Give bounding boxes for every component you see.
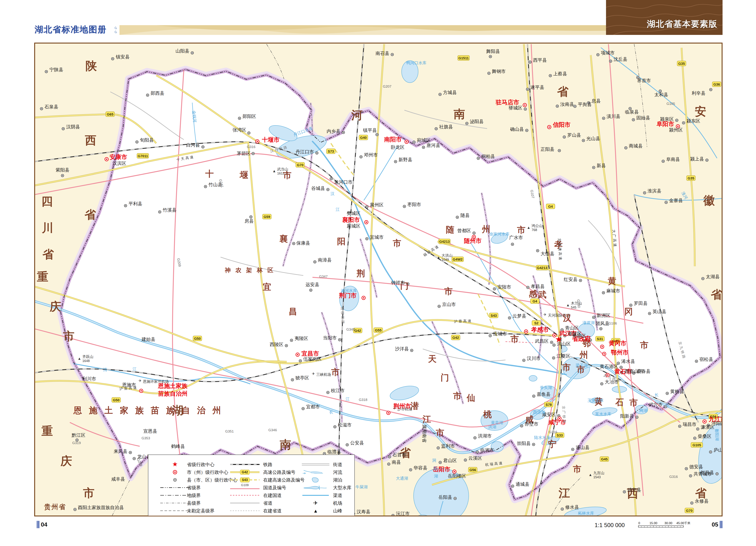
svg-text:西塞山区: 西塞山区	[625, 368, 643, 374]
svg-text:省: 省	[695, 487, 707, 499]
svg-text:陆水水库: 陆水水库	[534, 435, 550, 440]
svg-text:汉川市: 汉川市	[527, 356, 541, 361]
road-badge: G4213	[536, 265, 548, 270]
svg-text:市: 市	[83, 487, 94, 499]
svg-text:阜阳市: 阜阳市	[656, 121, 674, 127]
svg-text:市: 市	[573, 464, 581, 474]
svg-text:武穴市: 武穴市	[649, 402, 663, 407]
svg-text:驻马店市: 驻马店市	[496, 99, 519, 106]
svg-text:G316: G316	[549, 430, 557, 434]
svg-text:光山县: 光山县	[586, 136, 600, 141]
svg-text:市: 市	[444, 286, 453, 296]
svg-text:G109: G109	[241, 484, 249, 487]
svg-text:公安县: 公安县	[350, 440, 364, 445]
svg-text:江: 江	[422, 414, 431, 424]
svg-text:荆: 荆	[356, 269, 365, 278]
svg-text:白河县: 白河县	[186, 142, 200, 148]
svg-text:西平县: 西平县	[533, 58, 547, 63]
legend-symbol-prov	[229, 499, 260, 507]
svg-text:舞阳县: 舞阳县	[486, 49, 500, 54]
svg-text:G105: G105	[693, 443, 701, 447]
svg-text:庆: 庆	[60, 454, 72, 467]
svg-text:谷城县: 谷城县	[311, 186, 325, 191]
svg-text:G207: G207	[383, 85, 391, 88]
svg-text:永修县: 永修县	[695, 498, 709, 504]
svg-text:丹江口市: 丹江口市	[296, 149, 314, 154]
svg-text:浠水县: 浠水县	[621, 359, 635, 364]
page-marker-left	[37, 521, 39, 528]
svg-text:襄城区: 襄城区	[347, 223, 360, 229]
svg-text:武: 武	[538, 290, 546, 299]
svg-text:G7011: G7011	[138, 154, 148, 158]
svg-text:545: 545	[571, 305, 576, 309]
svg-text:▲: ▲	[527, 226, 530, 230]
svg-text:省: 省	[711, 288, 722, 301]
svg-text:神农架林区: 神农架林区	[224, 267, 278, 273]
svg-text:孝感市: 孝感市	[531, 326, 549, 333]
svg-text:嘉鱼县: 嘉鱼县	[537, 391, 551, 397]
svg-text:十: 十	[205, 169, 214, 179]
svg-text:枝江市: 枝江市	[331, 388, 345, 393]
svg-text:G55: G55	[375, 328, 382, 332]
svg-text:建始县: 建始县	[141, 337, 155, 342]
svg-text:咸丰县: 咸丰县	[111, 476, 125, 481]
svg-text:安康市: 安康市	[110, 154, 127, 160]
svg-text:涨渡湖: 涨渡湖	[582, 320, 595, 325]
svg-text:沪蓉高速: 沪蓉高速	[454, 319, 472, 323]
svg-text:漳河水库: 漳河水库	[341, 288, 357, 293]
svg-text:保康县: 保康县	[296, 241, 310, 246]
svg-text:洞: 洞	[432, 458, 436, 463]
map-frame[interactable]: G42G55G70G59G50G50G4G4G45G45G56G56G1511G…	[34, 43, 723, 516]
svg-text:斧头湖: 斧头湖	[540, 385, 552, 390]
svg-text:冈: 冈	[624, 307, 633, 316]
svg-text:汝南县: 汝南县	[560, 102, 574, 107]
legend-symbol-prefb	[159, 491, 191, 499]
svg-text:西凉湖: 西凉湖	[533, 410, 545, 414]
svg-text:S73: S73	[328, 150, 334, 153]
svg-text:市: 市	[640, 340, 648, 350]
svg-text:太和县: 太和县	[654, 92, 668, 97]
svg-text:孝昌县: 孝昌县	[531, 284, 545, 289]
legend-row: 县级界省道✈机场	[148, 499, 354, 507]
svg-text:宜都市: 宜都市	[306, 404, 320, 409]
svg-text:黄冈市: 黄冈市	[609, 340, 626, 346]
svg-text:德安县: 德安县	[689, 464, 703, 469]
svg-text:襄州区: 襄州区	[370, 202, 384, 207]
svg-text:▲: ▲	[78, 356, 81, 360]
svg-text:洪湖市: 洪湖市	[478, 433, 492, 438]
road-badge: G1511	[458, 55, 469, 60]
svg-text:江: 江	[558, 487, 570, 499]
svg-text:颍上县: 颍上县	[690, 156, 704, 162]
scale-bar: 015.0030.0045.00千米	[637, 521, 692, 530]
svg-text:临湘市: 临湘市	[480, 447, 494, 452]
svg-text:岳阳楼区: 岳阳楼区	[448, 473, 466, 478]
svg-text:岳阳县: 岳阳县	[438, 495, 452, 500]
legend-row: ★省级行政中心铁路街道	[148, 460, 354, 468]
svg-text:陕: 陕	[85, 60, 97, 72]
svg-text:G42: G42	[242, 470, 248, 474]
svg-text:房县: 房县	[244, 218, 254, 224]
svg-text:沈丘县: 沈丘县	[614, 57, 627, 62]
svg-text:驿城区: 驿城区	[509, 105, 522, 110]
svg-text:太湖县: 太湖县	[706, 274, 720, 279]
svg-text:九宫山: 九宫山	[593, 471, 604, 475]
svg-text:内乡县: 内乡县	[327, 129, 340, 134]
road-badge: G50	[193, 336, 202, 341]
legend-label: 铁路	[263, 460, 272, 468]
svg-text:旬阳县: 旬阳县	[140, 137, 154, 143]
svg-text:南阳市: 南阳市	[384, 136, 402, 143]
svg-text:鄂州市: 鄂州市	[611, 349, 628, 356]
svg-text:州: 州	[579, 350, 588, 359]
svg-text:阳: 阳	[337, 237, 346, 246]
svg-text:桐柏县: 桐柏县	[481, 154, 495, 159]
svg-text:临澧县: 临澧县	[327, 449, 341, 454]
svg-text:襄: 襄	[279, 234, 288, 244]
svg-text:宜城市: 宜城市	[370, 235, 384, 240]
svg-text:都昌县: 都昌县	[700, 470, 714, 475]
svg-text:768: 768	[532, 228, 537, 232]
svg-text:濂溪区: 濂溪区	[701, 424, 714, 429]
legend-label: 未勘定县级界	[187, 507, 215, 515]
svg-text:G50: G50	[113, 398, 119, 402]
svg-text:四: 四	[41, 195, 53, 208]
scale-bar-minors	[638, 526, 683, 527]
